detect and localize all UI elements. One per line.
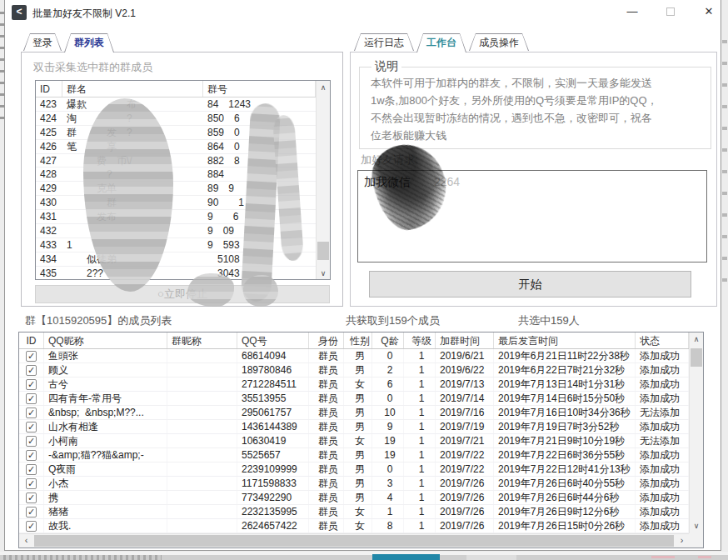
member-row[interactable]: ✓顾义189780846群员男212019/6/222019年6月22日7时21… xyxy=(19,363,689,378)
member-cell: 2712284511 xyxy=(237,378,309,391)
row-checkbox-checked[interactable]: ✓ xyxy=(26,393,37,404)
scrollbar-thumb[interactable] xyxy=(691,348,702,367)
member-column-header[interactable]: QQ号 xyxy=(237,332,309,348)
member-row[interactable]: ✓-&amp;猫??猫&amp;-5525657群员男1912019/7/222… xyxy=(19,448,689,462)
row-checkbox-checked[interactable]: ✓ xyxy=(26,521,37,532)
member-cell: 女 xyxy=(344,378,372,391)
member-row[interactable]: ✓故我.2624657422群员女812019/7/262019年7月26日15… xyxy=(19,519,689,533)
row-checkbox-cell: ✓ xyxy=(19,491,44,504)
group-list-cell: 435 xyxy=(36,267,62,280)
member-column-header[interactable]: ID xyxy=(19,332,44,348)
minimize-button[interactable]: — xyxy=(618,0,646,23)
member-table-vertical-scrollbar[interactable]: ∧ ∨ xyxy=(689,332,703,533)
redaction-blur xyxy=(243,275,278,307)
row-checkbox-checked[interactable]: ✓ xyxy=(26,365,37,376)
row-checkbox-checked[interactable]: ✓ xyxy=(26,492,37,503)
scroll-up-icon[interactable]: ∧ xyxy=(317,81,330,95)
row-checkbox-checked[interactable]: ✓ xyxy=(26,408,37,418)
app-window: < 批量加好友不限制 V2.1 — ✕ 登录 群列表 双击采集选中群的群成员 I… xyxy=(4,0,721,551)
background-strip-teal-accent xyxy=(372,554,440,560)
row-checkbox-checked[interactable]: ✓ xyxy=(26,436,37,447)
member-column-header[interactable]: QQ昵称 xyxy=(44,332,167,348)
member-cell: 1 xyxy=(404,420,436,433)
scroll-down-icon[interactable]: ∨ xyxy=(317,267,330,280)
row-checkbox-checked[interactable]: ✓ xyxy=(26,450,37,461)
member-cell: 女 xyxy=(344,434,372,448)
member-cell: 773492290 xyxy=(237,491,309,504)
member-table-horizontal-scrollbar[interactable]: ‹ › xyxy=(19,533,689,548)
member-column-header[interactable]: 等级 xyxy=(404,332,436,348)
member-cell: 1 xyxy=(404,406,436,419)
member-row[interactable]: ✓小杰1171598833群员男312019/7/262019年7月26日6时4… xyxy=(19,477,689,491)
member-row[interactable]: ✓小柯南10630419群员女1912019/7/212019年7月21日9时1… xyxy=(19,434,689,448)
member-row[interactable]: ✓四有青年-常用号35513955群员男012019/7/142019年7月14… xyxy=(19,392,689,406)
member-cell: 2019年6月22日7时21分32秒 xyxy=(494,363,636,377)
member-column-header[interactable]: 加群时间 xyxy=(436,332,494,348)
scroll-down-icon[interactable]: ∨ xyxy=(690,519,703,533)
member-column-header[interactable]: 最后发言时间 xyxy=(494,332,636,348)
member-column-header[interactable]: Q龄 xyxy=(372,332,404,348)
scrollbar-thumb[interactable] xyxy=(34,535,674,547)
row-checkbox-checked[interactable]: ✓ xyxy=(26,478,37,489)
member-row[interactable]: ✓Q夜雨2239109999群员男012019/7/222019年7月22日12… xyxy=(19,462,689,477)
row-checkbox-cell: ✓ xyxy=(19,434,44,448)
close-button[interactable]: ✕ xyxy=(695,0,723,23)
row-checkbox-checked[interactable]: ✓ xyxy=(26,507,37,518)
row-checkbox-checked[interactable]: ✓ xyxy=(26,464,37,475)
col-id[interactable]: ID xyxy=(36,81,62,97)
member-cell: 群员 xyxy=(309,363,344,377)
scroll-left-icon[interactable]: ‹ xyxy=(19,534,33,548)
scrollbar-thumb[interactable] xyxy=(317,242,329,260)
group-list-cell: 429 xyxy=(36,182,62,195)
row-checkbox-checked[interactable]: ✓ xyxy=(26,379,37,390)
member-cell: 2624657422 xyxy=(237,519,309,532)
start-button[interactable]: 开始 xyxy=(369,271,691,298)
member-cell: 男 xyxy=(344,363,372,377)
member-cell: 群员 xyxy=(309,491,344,504)
member-row[interactable]: ✓&nbsp; &nbsp;M??...295061757群员男1012019/… xyxy=(19,406,689,420)
row-checkbox-checked[interactable]: ✓ xyxy=(26,351,37,362)
member-row[interactable]: ✓古兮2712284511群员女612019/7/132019年7月13日14时… xyxy=(19,378,689,392)
maximize-button[interactable] xyxy=(656,0,685,23)
scroll-up-icon[interactable]: ∧ xyxy=(690,332,703,347)
tab-login[interactable]: 登录 xyxy=(23,33,62,51)
member-cell xyxy=(167,392,237,405)
tab-member-ops[interactable]: 成员操作 xyxy=(469,33,529,51)
member-column-header[interactable]: 状态 xyxy=(636,332,689,348)
tab-workbench[interactable]: 工作台 xyxy=(416,33,466,52)
scroll-right-icon[interactable]: › xyxy=(675,534,689,548)
row-checkbox-cell: ✓ xyxy=(19,392,44,405)
member-row[interactable]: ✓山水有相逢1436144389群员男912019/7/192019年7月19日… xyxy=(19,420,689,434)
member-cell: 无法添加 xyxy=(636,434,689,448)
member-cell: 4 xyxy=(372,491,404,504)
member-column-header[interactable]: 群昵称 xyxy=(167,332,237,348)
member-cell: &nbsp; &nbsp;M??... xyxy=(44,406,167,419)
member-cell xyxy=(167,505,237,518)
member-cell xyxy=(167,434,237,448)
member-cell: 无法添加 xyxy=(636,406,689,419)
member-row[interactable]: ✓猪猪2232135995群员女112019/7/262019年7月26日9时1… xyxy=(19,505,689,519)
member-cell: 男 xyxy=(344,392,372,405)
group-list-cell: 432 xyxy=(36,224,62,238)
group-list-row[interactable]: 423爆款 布84 1243 xyxy=(36,98,330,112)
member-cell: 男 xyxy=(344,462,372,476)
member-column-header[interactable]: 身份 xyxy=(309,332,344,348)
member-cell: 2019/7/16 xyxy=(436,406,494,419)
member-row[interactable]: ✓携773492290群员男412019/7/262019年7月26日6时44分… xyxy=(19,491,689,505)
tab-run-log[interactable]: 运行日志 xyxy=(354,33,414,51)
title-bar[interactable]: < 批量加好友不限制 V2.1 — ✕ xyxy=(5,0,721,25)
tab-group-list[interactable]: 群列表 xyxy=(64,33,114,52)
row-checkbox-checked[interactable]: ✓ xyxy=(26,422,37,432)
group-list-vertical-scrollbar[interactable]: ∧ ∨ xyxy=(316,81,330,280)
member-cell: 顾义 xyxy=(44,363,167,377)
member-table[interactable]: IDQQ昵称群昵称QQ号身份性别Q龄等级加群时间最后发言时间状态 ✓鱼頭张686… xyxy=(18,332,704,548)
member-cell: 2019年7月26日9时12分6秒 xyxy=(494,505,636,518)
member-cell: 添加成功 xyxy=(636,491,689,504)
member-cell: 男 xyxy=(344,420,372,433)
group-list-row[interactable]: 435 2?? 3043 xyxy=(36,267,330,280)
col-group-number[interactable]: 群号 xyxy=(203,81,316,97)
member-row[interactable]: ✓鱼頭张68614094群员男012019/6/212019年6月21日11时2… xyxy=(19,349,689,363)
col-group-name[interactable]: 群名 xyxy=(62,81,203,97)
member-column-header[interactable]: 性别 xyxy=(344,332,372,348)
stop-now-button[interactable]: ○立即停止 xyxy=(35,285,330,303)
